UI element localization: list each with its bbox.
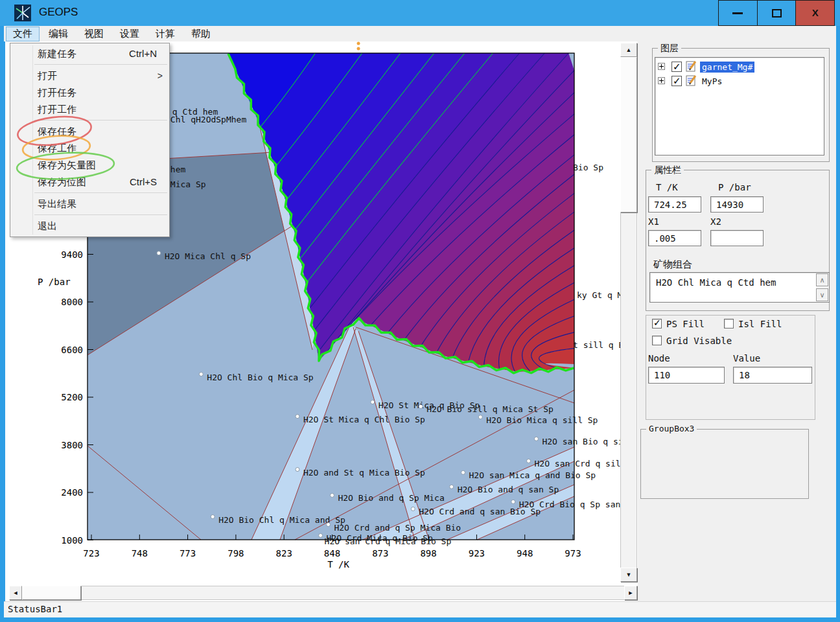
menu-bar: 文件编辑视图设置计算帮助 <box>4 26 836 41</box>
assemblage-scroll-up-icon[interactable] <box>816 273 828 286</box>
region-marker <box>326 523 330 527</box>
region-label: H2O san Crd q Mica Bio Sp <box>325 536 452 546</box>
region-label: H2O Chl Bio q Mica Sp <box>207 373 314 382</box>
region-label: H2O Bio and q san Sp <box>458 485 559 494</box>
grid-visable-checkbox[interactable] <box>652 336 662 345</box>
file-menu-item-2[interactable]: 打开> <box>10 67 169 84</box>
x-tick-label: 748 <box>132 548 148 559</box>
edit-layer-icon[interactable] <box>686 75 697 86</box>
status-text: StatusBar1 <box>8 604 62 614</box>
t-input[interactable] <box>648 196 701 213</box>
x-tick-label: 948 <box>517 548 533 559</box>
region-marker <box>199 373 203 376</box>
x1-input[interactable] <box>648 230 701 246</box>
region-label: H2O Bio Chl q Mica and Sp <box>218 515 345 525</box>
region-marker <box>411 507 415 511</box>
layer-item-garnet[interactable]: garnet_Mg# <box>700 62 754 73</box>
menubar-item-3[interactable]: 设置 <box>113 27 146 41</box>
file-menu-item-13[interactable]: 退出 <box>10 218 169 235</box>
app-icon <box>14 5 31 21</box>
window-title: GEOPS <box>39 6 78 19</box>
maximize-button[interactable] <box>757 1 796 25</box>
region-marker <box>534 437 538 441</box>
y-tick-label: 1000 <box>61 535 83 546</box>
window-controls <box>718 0 835 26</box>
file-menu-item-7[interactable]: 保存工作 <box>10 140 169 157</box>
file-menu-item-8[interactable]: 保存为矢量图 <box>10 157 169 174</box>
x2-input[interactable] <box>710 230 764 246</box>
layer-item-myps[interactable]: MyPs <box>700 76 724 87</box>
close-button[interactable] <box>795 1 834 25</box>
x-tick-label: 873 <box>372 548 388 559</box>
node-label: Node <box>648 353 670 363</box>
titlebar[interactable]: GEOPS <box>0 0 840 26</box>
layer-checkbox[interactable] <box>671 62 682 72</box>
x1-label: X1 <box>648 216 659 227</box>
region-marker <box>296 468 299 472</box>
menubar-item-1[interactable]: 编辑 <box>41 27 75 41</box>
scroll-right-button[interactable] <box>624 586 637 600</box>
minimize-button[interactable] <box>719 1 757 25</box>
menu-shortcut: Ctrl+S <box>130 174 157 190</box>
region-marker <box>330 493 334 497</box>
menubar-item-5[interactable]: 帮助 <box>184 27 218 41</box>
menu-separator <box>34 192 167 193</box>
minimize-icon <box>732 12 743 14</box>
horizontal-scroll-thumb[interactable] <box>22 586 81 600</box>
file-menu-item-11[interactable]: 导出结果 <box>10 196 169 213</box>
menubar-item-2[interactable]: 视图 <box>77 27 111 41</box>
region-label: Bio Sp <box>573 163 603 172</box>
assemblage-value: H2O Chl Mica q Ctd hem <box>656 277 776 288</box>
region-label: H2O san Mica q and Bio Sp <box>469 470 596 480</box>
file-menu-item-3[interactable]: 打开任务 <box>10 84 169 101</box>
layers-title: 图层 <box>658 43 681 54</box>
menu-separator <box>34 214 167 215</box>
node-input[interactable] <box>648 367 725 384</box>
region-marker <box>296 415 299 419</box>
file-menu-item-6[interactable]: 保存任务 <box>10 123 169 140</box>
scroll-up-button[interactable] <box>620 43 637 57</box>
region-label: H2O Bio sill q Mica St Sp <box>426 404 554 414</box>
file-menu-item-0[interactable]: 新建任务Ctrl+N <box>10 45 169 62</box>
y-tick-label: 3800 <box>61 440 83 450</box>
menubar-item-0[interactable]: 文件 <box>6 27 40 41</box>
region-label: H2O Crd and q san Bio Sp <box>419 507 541 516</box>
assemblage-scroll-down-icon[interactable] <box>816 288 828 301</box>
assemblage-label: 矿物组合 <box>653 259 692 271</box>
isl-fill-checkbox[interactable] <box>724 319 734 328</box>
region-marker <box>211 515 215 519</box>
file-menu-item-9[interactable]: 保存为位图Ctrl+S <box>10 174 169 190</box>
menubar-item-4[interactable]: 计算 <box>148 27 182 41</box>
region-label: H2O Mica Chl q Sp <box>165 251 251 261</box>
artifact-dot <box>357 42 360 45</box>
ps-fill-checkbox[interactable] <box>652 319 662 328</box>
p-input[interactable] <box>710 196 764 213</box>
region-label: ky Gt q M <box>577 290 623 300</box>
x-tick-label: 823 <box>276 548 292 559</box>
vertical-scroll-thumb[interactable] <box>620 57 637 213</box>
scroll-left-button[interactable] <box>9 586 22 600</box>
y-tick-label: 5200 <box>61 392 83 402</box>
region-marker <box>319 533 323 537</box>
edit-layer-icon[interactable] <box>686 60 697 72</box>
file-menu-dropdown: 新建任务Ctrl+N打开>打开任务打开工作保存任务保存工作保存为矢量图保存为位图… <box>10 43 170 237</box>
groupbox3-title: GroupBox3 <box>646 424 697 433</box>
expand-icon[interactable] <box>658 63 665 70</box>
scroll-down-button[interactable] <box>620 568 637 582</box>
value-label: Value <box>733 353 760 363</box>
x-tick-label: 898 <box>420 548 436 559</box>
y-tick-label: 6600 <box>61 345 83 355</box>
layer-checkbox[interactable] <box>671 76 682 86</box>
region-label: H2O Crd and q Sp Mica Bio <box>334 523 461 533</box>
file-menu-item-4[interactable]: 打开工作 <box>10 101 169 118</box>
expand-icon[interactable] <box>658 77 665 84</box>
x-tick-label: 848 <box>324 548 340 559</box>
region-marker <box>527 459 531 463</box>
horizontal-scrollbar[interactable] <box>9 586 638 600</box>
value-input[interactable] <box>733 367 812 384</box>
status-bar: StatusBar1 <box>4 601 836 617</box>
region-marker <box>478 415 482 419</box>
artifact-dot <box>357 47 360 51</box>
close-icon <box>812 7 819 19</box>
grid-visable-label: Grid Visable <box>666 336 732 346</box>
